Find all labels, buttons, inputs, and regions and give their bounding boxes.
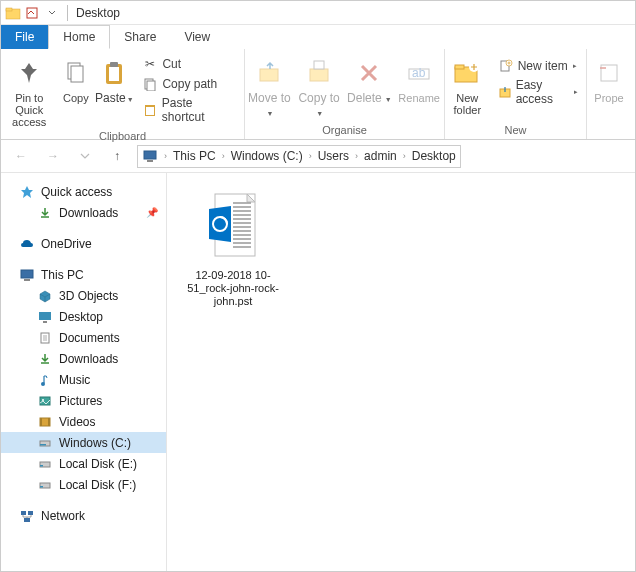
chevron-right-icon[interactable]: › bbox=[399, 151, 410, 161]
chevron-down-icon: ▼ bbox=[127, 96, 134, 103]
svg-rect-35 bbox=[40, 418, 42, 426]
chevron-right-icon[interactable]: › bbox=[305, 151, 316, 161]
sidebar-3d-objects[interactable]: 3D Objects bbox=[1, 285, 166, 306]
cloud-icon bbox=[19, 236, 35, 252]
divider bbox=[67, 5, 68, 21]
recent-dropdown[interactable] bbox=[73, 144, 97, 168]
svg-rect-45 bbox=[24, 518, 30, 522]
svg-rect-13 bbox=[310, 69, 328, 81]
svg-rect-24 bbox=[144, 151, 156, 159]
up-button[interactable]: ↑ bbox=[105, 144, 129, 168]
network-icon bbox=[19, 508, 35, 524]
properties-icon bbox=[593, 57, 625, 89]
sidebar-pictures[interactable]: Pictures bbox=[1, 390, 166, 411]
rename-button[interactable]: ab Rename bbox=[394, 53, 444, 122]
rename-icon: ab bbox=[403, 57, 435, 89]
address-bar[interactable]: › This PC › Windows (C:) › Users › admin… bbox=[137, 145, 461, 168]
breadcrumb-segment[interactable]: Windows (C:) bbox=[229, 149, 305, 163]
cut-button[interactable]: ✂Cut bbox=[138, 55, 240, 73]
new-folder-button[interactable]: New folder bbox=[445, 53, 490, 122]
sidebar-quick-access[interactable]: Quick access bbox=[1, 181, 166, 202]
copy-button[interactable]: Copy bbox=[57, 53, 94, 128]
svg-rect-36 bbox=[48, 418, 50, 426]
sidebar-network[interactable]: Network bbox=[1, 505, 166, 526]
breadcrumb-segment[interactable]: This PC bbox=[171, 149, 218, 163]
sidebar-music[interactable]: Music bbox=[1, 369, 166, 390]
tab-view[interactable]: View bbox=[170, 25, 224, 49]
paste-icon bbox=[98, 57, 130, 89]
music-icon bbox=[37, 372, 53, 388]
group-label-new: New bbox=[445, 122, 586, 139]
paste-button[interactable]: Paste▼ bbox=[94, 53, 134, 128]
tab-file[interactable]: File bbox=[1, 25, 48, 49]
copy-to-button[interactable]: Copy to ▼ bbox=[295, 53, 345, 122]
breadcrumb-segment[interactable]: admin bbox=[362, 149, 399, 163]
chevron-down-icon: ▼ bbox=[316, 110, 323, 117]
qat-properties-icon[interactable] bbox=[25, 6, 39, 20]
svg-rect-11 bbox=[146, 107, 154, 115]
properties-button[interactable]: Prope bbox=[587, 53, 631, 134]
delete-button[interactable]: Delete ▼ bbox=[345, 53, 395, 122]
paste-shortcut-button[interactable]: Paste shortcut bbox=[138, 95, 240, 125]
file-view[interactable]: 12-09-2018 10-51_rock-john-rock-john.pst bbox=[167, 173, 635, 571]
documents-icon bbox=[37, 330, 53, 346]
svg-rect-43 bbox=[21, 511, 26, 515]
sidebar-videos[interactable]: Videos bbox=[1, 411, 166, 432]
scissors-icon: ✂ bbox=[142, 56, 158, 72]
navigation-pane: Quick access Downloads📌 OneDrive This PC… bbox=[1, 173, 167, 571]
chevron-right-icon[interactable]: › bbox=[160, 151, 171, 161]
drive-icon bbox=[37, 477, 53, 493]
move-to-button[interactable]: Move to ▼ bbox=[245, 53, 295, 122]
sidebar-disk-e[interactable]: Local Disk (E:) bbox=[1, 453, 166, 474]
pc-icon bbox=[142, 148, 158, 164]
chevron-right-icon[interactable]: › bbox=[351, 151, 362, 161]
sidebar-disk-f[interactable]: Local Disk (F:) bbox=[1, 474, 166, 495]
content-area: Quick access Downloads📌 OneDrive This PC… bbox=[1, 173, 635, 571]
tab-home[interactable]: Home bbox=[48, 25, 110, 49]
svg-rect-1 bbox=[6, 8, 12, 11]
star-icon bbox=[19, 184, 35, 200]
sidebar-windows-c[interactable]: Windows (C:) bbox=[1, 432, 166, 453]
chevron-right-icon[interactable]: › bbox=[218, 151, 229, 161]
svg-rect-25 bbox=[147, 160, 153, 162]
svg-rect-38 bbox=[40, 444, 46, 446]
navigation-bar: ← → ↑ › This PC › Windows (C:) › Users ›… bbox=[1, 140, 635, 173]
easy-access-button[interactable]: Easy access ▸ bbox=[494, 77, 582, 107]
sidebar-documents[interactable]: Documents bbox=[1, 327, 166, 348]
breadcrumb-segment[interactable]: Users bbox=[316, 149, 351, 163]
svg-rect-18 bbox=[455, 65, 464, 69]
svg-text:ab: ab bbox=[412, 66, 426, 80]
chevron-down-icon: ▸ bbox=[573, 62, 577, 70]
file-item[interactable]: 12-09-2018 10-51_rock-john-rock-john.pst bbox=[185, 191, 281, 308]
group-label-organise: Organise bbox=[245, 122, 444, 139]
back-button[interactable]: ← bbox=[9, 144, 33, 168]
sidebar-onedrive[interactable]: OneDrive bbox=[1, 233, 166, 254]
drive-icon bbox=[37, 435, 53, 451]
tab-share[interactable]: Share bbox=[110, 25, 170, 49]
forward-button[interactable]: → bbox=[41, 144, 65, 168]
download-icon bbox=[37, 351, 53, 367]
chevron-down-icon: ▼ bbox=[266, 110, 273, 117]
svg-rect-44 bbox=[28, 511, 33, 515]
new-item-button[interactable]: New item ▸ bbox=[494, 57, 582, 75]
svg-rect-27 bbox=[24, 279, 30, 281]
copy-path-button[interactable]: Copy path bbox=[138, 75, 240, 93]
svg-rect-29 bbox=[43, 321, 47, 323]
drive-icon bbox=[37, 456, 53, 472]
pin-to-quick-access-button[interactable]: Pin to Quick access bbox=[1, 53, 57, 128]
pc-icon bbox=[19, 267, 35, 283]
outlook-pst-icon bbox=[203, 191, 263, 263]
sidebar-this-pc[interactable]: This PC bbox=[1, 264, 166, 285]
new-folder-icon bbox=[451, 57, 483, 89]
sidebar-downloads-qa[interactable]: Downloads📌 bbox=[1, 202, 166, 223]
move-to-icon bbox=[254, 57, 286, 89]
sidebar-downloads[interactable]: Downloads bbox=[1, 348, 166, 369]
title-bar: Desktop bbox=[1, 1, 635, 25]
breadcrumb-segment[interactable]: Desktop bbox=[410, 149, 458, 163]
download-icon bbox=[37, 205, 53, 221]
sidebar-desktop[interactable]: Desktop bbox=[1, 306, 166, 327]
svg-rect-14 bbox=[314, 61, 324, 69]
chevron-down-icon: ▼ bbox=[383, 96, 392, 103]
svg-rect-12 bbox=[260, 69, 278, 81]
qat-dropdown-icon[interactable] bbox=[45, 6, 59, 20]
